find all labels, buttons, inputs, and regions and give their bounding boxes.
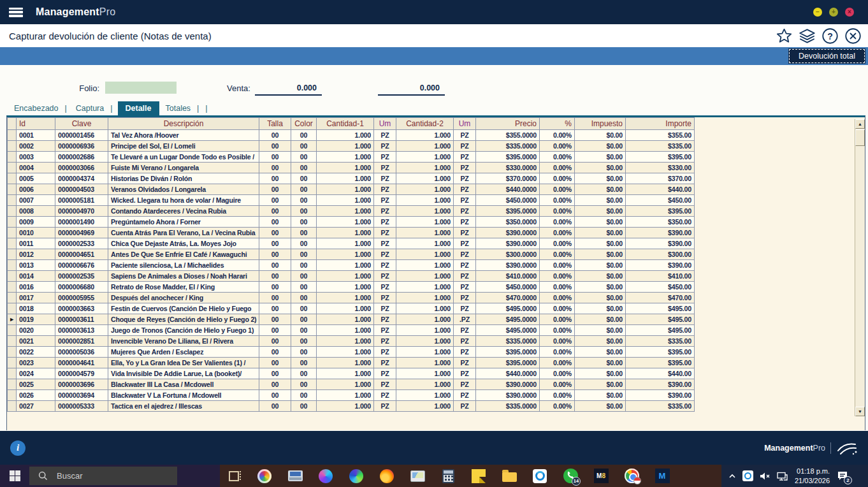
table-cell[interactable]: $0.00: [575, 249, 626, 260]
close-window-button[interactable]: ×: [845, 8, 854, 17]
table-cell[interactable]: 0.00%: [540, 195, 575, 206]
table-cell[interactable]: 0000003694: [55, 390, 108, 401]
table-cell[interactable]: 0016: [17, 282, 55, 293]
table-cell[interactable]: $330.00: [626, 163, 695, 173]
table-cell[interactable]: 00: [291, 163, 317, 173]
table-cell[interactable]: $390.0000: [476, 379, 540, 390]
row-selector[interactable]: [8, 336, 17, 347]
row-selector[interactable]: [8, 195, 17, 206]
row-selector[interactable]: [8, 163, 17, 173]
table-cell[interactable]: 0.00%: [540, 228, 575, 238]
table-cell[interactable]: 1.000: [396, 141, 454, 152]
table-cell[interactable]: 00: [291, 238, 317, 249]
row-selector[interactable]: [8, 401, 17, 412]
table-cell[interactable]: 1.000: [317, 358, 374, 368]
table-cell[interactable]: 0021: [17, 336, 55, 347]
table-cell[interactable]: 00: [291, 390, 317, 401]
table-cell[interactable]: $450.0000: [476, 195, 540, 206]
table-cell[interactable]: 0000006676: [55, 260, 108, 271]
table-cell[interactable]: $395.0000: [476, 206, 540, 217]
table-cell[interactable]: $390.00: [626, 228, 695, 238]
table-cell[interactable]: 00: [259, 271, 291, 282]
favorite-star-icon[interactable]: [776, 27, 793, 45]
table-cell[interactable]: PZ: [374, 271, 396, 282]
column-header[interactable]: Importe: [626, 118, 695, 130]
table-cell[interactable]: PZ: [374, 358, 396, 368]
table-cell[interactable]: PZ: [374, 217, 396, 228]
table-row[interactable]: 00170000005955Después del anochecer / Ki…: [8, 293, 695, 303]
table-cell[interactable]: PZ: [374, 303, 396, 314]
table-cell[interactable]: 0.00%: [540, 173, 575, 184]
table-cell[interactable]: 1.000: [396, 249, 454, 260]
taskbar-clock[interactable]: 01:18 p.m. 21/03/2026: [795, 467, 830, 485]
row-selector[interactable]: [8, 325, 17, 336]
table-row[interactable]: 00050000004374Historias De Diván / Rolón…: [8, 173, 695, 184]
table-cell[interactable]: 0000001490: [55, 217, 108, 228]
table-cell[interactable]: Principe del Sol, El / Lomeli: [108, 141, 259, 152]
table-cell[interactable]: 0.00%: [540, 249, 575, 260]
table-cell[interactable]: 0018: [17, 303, 55, 314]
table-cell[interactable]: 0.00%: [540, 238, 575, 249]
table-cell[interactable]: PZ: [454, 325, 476, 336]
table-cell[interactable]: Veranos Olvidados / Longarela: [108, 184, 259, 195]
scroll-up-button[interactable]: ▲: [855, 119, 865, 129]
table-cell[interactable]: Chica Que Dejaste Atrás, La. Moyes Jojo: [108, 238, 259, 249]
table-cell[interactable]: 1.000: [317, 325, 374, 336]
table-cell[interactable]: 00: [259, 173, 291, 184]
table-cell[interactable]: PZ: [374, 195, 396, 206]
table-cell[interactable]: 00: [291, 228, 317, 238]
table-cell[interactable]: 00: [291, 293, 317, 303]
table-cell[interactable]: 0000004969: [55, 228, 108, 238]
table-row[interactable]: 00030000002686Te Llevaré a un Lugar Dond…: [8, 152, 695, 163]
table-cell[interactable]: 0023: [17, 358, 55, 368]
table-cell[interactable]: 0020: [17, 325, 55, 336]
table-cell[interactable]: $370.00: [626, 173, 695, 184]
table-cell[interactable]: $355.00: [626, 130, 695, 141]
table-row[interactable]: 00200000003613Juego de Tronos (Canción d…: [8, 325, 695, 336]
table-cell[interactable]: 1.000: [396, 130, 454, 141]
table-cell[interactable]: 1.000: [317, 379, 374, 390]
table-cell[interactable]: 00: [291, 184, 317, 195]
table-cell[interactable]: 1.000: [396, 173, 454, 184]
table-cell[interactable]: $470.00: [626, 293, 695, 303]
table-cell[interactable]: 1.000: [396, 184, 454, 195]
table-cell[interactable]: $0.00: [575, 130, 626, 141]
table-cell[interactable]: 1.000: [396, 325, 454, 336]
table-cell[interactable]: 1.000: [317, 271, 374, 282]
table-cell[interactable]: $0.00: [575, 293, 626, 303]
table-cell[interactable]: Antes De Que Se Enfríe El Café / Kawaguc…: [108, 249, 259, 260]
table-row[interactable]: 00230000004641Ella, Yo y La Gran Idea De…: [8, 358, 695, 368]
row-selector[interactable]: [8, 238, 17, 249]
table-cell[interactable]: $0.00: [575, 303, 626, 314]
table-cell[interactable]: PZ: [454, 217, 476, 228]
table-cell[interactable]: 1.000: [396, 314, 454, 325]
table-row[interactable]: 00180000003663Festín de Cuervos (Canción…: [8, 303, 695, 314]
table-cell[interactable]: Historias De Diván / Rolón: [108, 173, 259, 184]
table-cell[interactable]: 1.000: [317, 368, 374, 379]
table-cell[interactable]: 1.000: [317, 238, 374, 249]
table-cell[interactable]: Fuiste Mi Verano / Longarela: [108, 163, 259, 173]
table-cell[interactable]: $0.00: [575, 325, 626, 336]
table-cell[interactable]: 0003: [17, 152, 55, 163]
table-cell[interactable]: 0.00%: [540, 184, 575, 195]
start-button[interactable]: [0, 465, 29, 487]
devolucion-total-button[interactable]: Devolución total: [789, 49, 865, 63]
table-cell[interactable]: 00: [291, 249, 317, 260]
table-cell[interactable]: 00: [291, 325, 317, 336]
table-cell[interactable]: PZ: [454, 336, 476, 347]
table-cell[interactable]: 1.000: [396, 152, 454, 163]
table-cell[interactable]: 0.00%: [540, 130, 575, 141]
table-cell[interactable]: $300.0000: [476, 249, 540, 260]
table-cell[interactable]: $410.00: [626, 271, 695, 282]
table-cell[interactable]: PZ: [374, 347, 396, 358]
table-cell[interactable]: 1.000: [317, 336, 374, 347]
table-cell[interactable]: PZ: [374, 163, 396, 173]
column-header[interactable]: Cantidad-1: [317, 118, 374, 130]
table-cell[interactable]: 00: [291, 271, 317, 282]
table-cell[interactable]: Festín de Cuervos (Canción De Hielo y Fu…: [108, 303, 259, 314]
table-cell[interactable]: 00: [291, 368, 317, 379]
table-cell[interactable]: $335.0000: [476, 401, 540, 412]
column-header[interactable]: Color: [291, 118, 317, 130]
table-cell[interactable]: 1.000: [317, 293, 374, 303]
table-cell[interactable]: $395.0000: [476, 347, 540, 358]
